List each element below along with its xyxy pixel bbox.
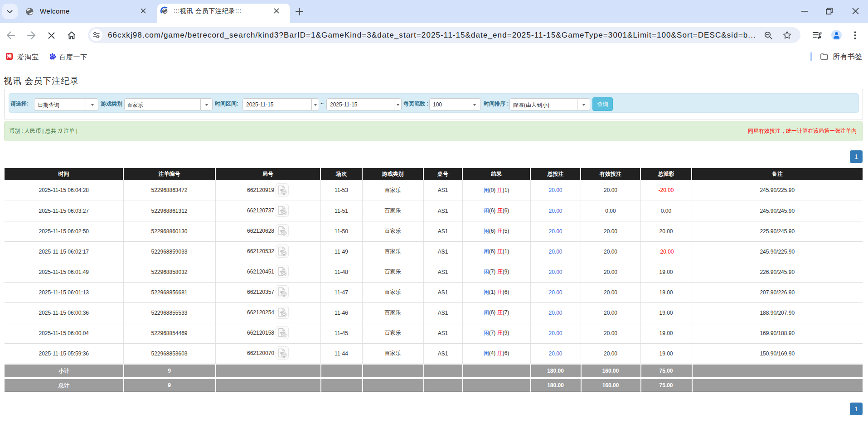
svg-text:du: du	[51, 57, 53, 59]
